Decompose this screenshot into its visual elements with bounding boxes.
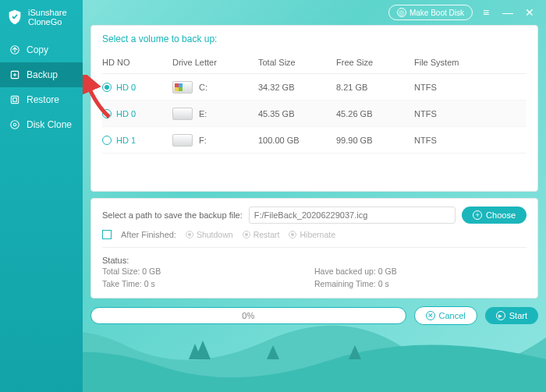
annotation-arrow [83, 75, 114, 122]
cancel-icon: ✕ [426, 311, 435, 320]
make-boot-disk-button[interactable]: ◎ Make Boot Disk [388, 5, 473, 20]
disk-clone-icon [9, 119, 20, 130]
drive-cell: F: [172, 134, 258, 147]
total-cell: 34.32 GB [258, 83, 336, 92]
path-input[interactable] [249, 207, 456, 224]
status-remain: Remaining Time: 0 s [314, 279, 526, 288]
svg-point-8 [11, 121, 20, 129]
drive-icon [172, 81, 193, 94]
path-panel: Select a path to save the backup file: +… [90, 198, 538, 298]
titlebar: ◎ Make Boot Disk ≡ — ✕ [388, 5, 538, 20]
boot-label: Make Boot Disk [410, 9, 464, 17]
sidebar-item-label: Disk Clone [27, 119, 72, 130]
bottom-bar: 0% ✕ Cancel ▸ Start [90, 306, 538, 325]
table-row[interactable]: HD 0E:45.35 GB45.26 GBNTFS [102, 101, 526, 127]
progress-text: 0% [242, 311, 254, 320]
col-total: Total Size [258, 58, 336, 67]
drive-icon [172, 134, 193, 147]
table-row[interactable]: HD 1F:100.00 GB99.90 GBNTFS [102, 127, 526, 154]
radio-icon [243, 231, 250, 238]
cancel-button[interactable]: ✕ Cancel [414, 306, 477, 325]
restore-icon [9, 94, 20, 105]
opt-shutdown[interactable]: Shutdown [186, 230, 233, 239]
status-total: Total Size: 0 GB [102, 267, 314, 276]
sidebar-item-label: Backup [27, 69, 58, 80]
col-letter: Drive Letter [172, 58, 258, 67]
path-label: Select a path to save the backup file: [102, 210, 243, 220]
start-button[interactable]: ▸ Start [485, 307, 538, 324]
plus-icon: + [473, 210, 482, 220]
fs-cell: NTFS [414, 109, 492, 118]
opt-hibernate[interactable]: Hibernate [289, 230, 335, 239]
opt-restart[interactable]: Restart [243, 230, 280, 239]
progress-bar: 0% [90, 307, 406, 324]
svg-rect-6 [11, 96, 18, 103]
volume-header: HD NO Drive Letter Total Size Free Size … [102, 51, 526, 74]
svg-point-9 [13, 123, 16, 126]
status-backed: Have backed up: 0 GB [314, 267, 526, 276]
choose-button[interactable]: + Choose [462, 207, 526, 224]
sidebar-item-backup[interactable]: Backup [0, 62, 83, 87]
copy-icon [9, 44, 20, 55]
col-free: Free Size [336, 58, 414, 67]
minimize-icon: — [502, 6, 513, 19]
after-finished-checkbox[interactable] [102, 230, 112, 239]
free-cell: 8.21 GB [336, 83, 414, 92]
backup-icon [9, 69, 20, 80]
menu-button[interactable]: ≡ [477, 5, 495, 20]
radio-icon [186, 231, 193, 238]
disc-icon: ◎ [397, 8, 406, 17]
close-button[interactable]: ✕ [521, 5, 538, 20]
menu-icon: ≡ [483, 6, 489, 19]
status-title: Status: [102, 256, 526, 265]
status-take: Take Time: 0 s [102, 279, 314, 288]
free-cell: 99.90 GB [336, 136, 414, 145]
play-icon: ▸ [496, 311, 505, 320]
start-label: Start [509, 311, 527, 320]
sidebar-item-label: Restore [27, 94, 59, 105]
free-cell: 45.26 GB [336, 109, 414, 118]
app-name-2: CloneGo [28, 17, 67, 26]
total-cell: 100.00 GB [258, 136, 336, 145]
col-hdno: HD NO [102, 58, 172, 67]
minimize-button[interactable]: — [499, 5, 516, 20]
drive-cell: E: [172, 108, 258, 120]
close-icon: ✕ [525, 6, 534, 19]
col-fs: File System [414, 58, 492, 67]
sidebar-item-label: Copy [27, 44, 48, 55]
drive-icon [172, 108, 193, 120]
fs-cell: NTFS [414, 136, 492, 145]
sidebar-item-disk-clone[interactable]: Disk Clone [0, 112, 83, 137]
after-finished-label: After Finished: [121, 230, 176, 239]
cancel-label: Cancel [439, 311, 466, 320]
total-cell: 45.35 GB [258, 109, 336, 118]
fs-cell: NTFS [414, 83, 492, 92]
volume-radio[interactable]: HD 1 [102, 136, 172, 145]
radio-icon [289, 231, 296, 238]
volume-title: Select a volume to back up: [102, 34, 526, 44]
app-name-1: iSunshare [28, 8, 67, 17]
sidebar: iSunshare CloneGo Copy Backup Restore Di… [0, 0, 83, 392]
sidebar-item-restore[interactable]: Restore [0, 87, 83, 112]
choose-label: Choose [486, 210, 516, 220]
sidebar-item-copy[interactable]: Copy [0, 37, 83, 62]
svg-rect-7 [13, 98, 17, 102]
volume-panel: Select a volume to back up: HD NO Drive … [90, 25, 538, 192]
app-logo: iSunshare CloneGo [0, 0, 83, 37]
drive-cell: C: [172, 81, 258, 94]
logo-icon [6, 9, 23, 26]
table-row[interactable]: HD 0C:34.32 GB8.21 GBNTFS [102, 74, 526, 101]
